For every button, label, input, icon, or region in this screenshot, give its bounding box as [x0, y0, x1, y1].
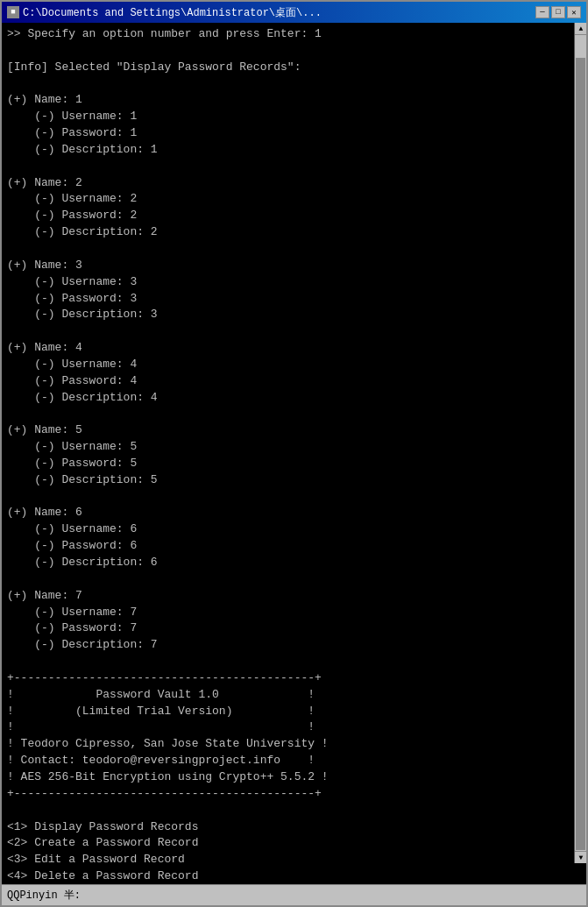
record-5-username: (-) Username: 5 — [7, 439, 565, 456]
record-2-description: (-) Description: 2 — [7, 224, 565, 241]
scrollbar-thumb[interactable] — [576, 36, 586, 58]
box-title1: ! Password Vault 1.0 ! — [7, 687, 565, 704]
title-bar: ■ C:\Documents and Settings\Administrato… — [2, 2, 586, 23]
record-4-description: (-) Description: 4 — [7, 390, 565, 407]
record-1-name: (+) Name: 1 — [7, 92, 565, 109]
scrollbar[interactable]: ▲ ▼ — [574, 23, 586, 863]
record-6-description: (-) Description: 6 — [7, 555, 565, 571]
box-title2: ! (Limited Trial Version) ! — [7, 704, 565, 720]
record-4-name: (+) Name: 4 — [7, 340, 565, 357]
window-title: C:\Documents and Settings\Administrator\… — [23, 5, 322, 20]
blank-line-7 — [7, 489, 565, 506]
statusbar: QQPinyin 半: — [2, 884, 586, 905]
record-4-password: (-) Password: 4 — [7, 373, 565, 390]
record-3-password: (-) Password: 3 — [7, 291, 565, 308]
blank-line-5 — [7, 323, 565, 340]
title-buttons: ─ □ ✕ — [535, 6, 581, 18]
menu-item-3: <3> Edit a Password Record — [7, 852, 565, 868]
record-5-description: (-) Description: 5 — [7, 472, 565, 489]
box-bottom: +---------------------------------------… — [7, 786, 565, 803]
main-window: ■ C:\Documents and Settings\Administrato… — [0, 0, 588, 907]
record-7-description: (-) Description: 7 — [7, 637, 565, 654]
record-2-password: (-) Password: 2 — [7, 208, 565, 224]
maximize-button[interactable]: □ — [551, 6, 565, 18]
menu-item-2: <2> Create a Password Record — [7, 835, 565, 852]
box-info2: ! Contact: teodoro@reversingproject.info… — [7, 753, 565, 769]
record-5-password: (-) Password: 5 — [7, 456, 565, 472]
window-icon: ■ — [7, 6, 19, 18]
close-button[interactable]: ✕ — [567, 6, 581, 18]
record-7-username: (-) Username: 7 — [7, 605, 565, 621]
blank-line-3 — [7, 159, 565, 175]
blank-line-2 — [7, 76, 565, 93]
terminal-body: >> Specify an option number and press En… — [2, 23, 586, 884]
record-6-name: (+) Name: 6 — [7, 505, 565, 521]
statusbar-text: QQPinyin 半: — [7, 888, 81, 903]
minimize-button[interactable]: ─ — [535, 6, 549, 18]
scrollbar-track — [576, 36, 585, 850]
record-3-name: (+) Name: 3 — [7, 258, 565, 274]
scrollbar-up-arrow[interactable]: ▲ — [575, 23, 586, 35]
record-1-username: (-) Username: 1 — [7, 109, 565, 125]
record-4-username: (-) Username: 4 — [7, 357, 565, 373]
record-6-username: (-) Username: 6 — [7, 521, 565, 538]
record-7-password: (-) Password: 7 — [7, 620, 565, 637]
terminal-content: >> Specify an option number and press En… — [7, 26, 581, 884]
prompt-top-line: >> Specify an option number and press En… — [7, 26, 565, 43]
blank-line-6 — [7, 406, 565, 422]
menu-item-4: <4> Delete a Password Record — [7, 868, 565, 884]
record-7-name: (+) Name: 7 — [7, 588, 565, 605]
record-3-username: (-) Username: 3 — [7, 274, 565, 291]
box-blank: ! ! — [7, 719, 565, 736]
box-info1: ! Teodoro Cipresso, San Jose State Unive… — [7, 736, 565, 753]
blank-line-10 — [7, 803, 565, 819]
blank-line-4 — [7, 241, 565, 258]
record-6-password: (-) Password: 6 — [7, 538, 565, 555]
record-5-name: (+) Name: 5 — [7, 422, 565, 439]
title-bar-left: ■ C:\Documents and Settings\Administrato… — [7, 5, 322, 20]
record-1-description: (-) Description: 1 — [7, 142, 565, 159]
box-info3: ! AES 256-Bit Encryption using Crypto++ … — [7, 769, 565, 786]
blank-line-9 — [7, 654, 565, 670]
record-2-username: (-) Username: 2 — [7, 191, 565, 208]
scrollbar-down-arrow[interactable]: ▼ — [575, 851, 586, 863]
box-top: +---------------------------------------… — [7, 670, 565, 687]
info-line: [Info] Selected "Display Password Record… — [7, 60, 565, 76]
record-2-name: (+) Name: 2 — [7, 175, 565, 192]
blank-line-8 — [7, 571, 565, 588]
blank-line-1 — [7, 43, 565, 60]
record-3-description: (-) Description: 3 — [7, 307, 565, 323]
menu-item-1: <1> Display Password Records — [7, 819, 565, 836]
record-1-password: (-) Password: 1 — [7, 125, 565, 142]
